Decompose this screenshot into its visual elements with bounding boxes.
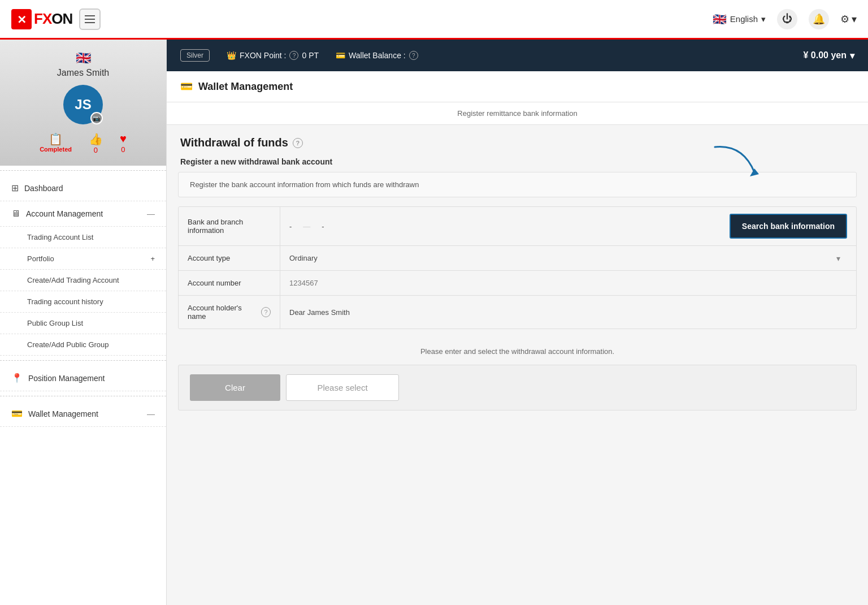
sidebar: 🇬🇧 James Smith JS 📷 📋 Completed 👍 0 <box>0 40 167 605</box>
top-nav: ✕ FXON 🇬🇧 English ▾ ⏻ 🔔 ⚙ ▾ <box>0 0 868 40</box>
page-body: 💳 Wallet Management Register remittance … <box>167 71 868 605</box>
completed-label: Completed <box>40 146 72 153</box>
sidebar-item-position-management[interactable]: 📍 Position Management <box>0 365 166 391</box>
notifications-button[interactable]: 🔔 <box>809 9 829 29</box>
power-button[interactable]: ⏻ <box>777 9 797 29</box>
wallet-balance-label: Wallet Balance : <box>349 51 406 60</box>
wallet-balance-icon: 💳 <box>336 51 345 60</box>
sidebar-item-wallet-management[interactable]: 💳 Wallet Management — <box>0 401 166 427</box>
logo: ✕ FXON <box>11 9 72 29</box>
collapse-icon: — <box>147 209 155 218</box>
page-title: Wallet Management <box>198 81 293 93</box>
please-select-button[interactable]: Please select <box>286 374 399 401</box>
hamburger-button[interactable] <box>79 8 101 30</box>
register-subtitle-text: Register a new withdrawal bank account <box>180 157 332 166</box>
thumbs-up-icon: 👍 <box>89 132 103 146</box>
sidebar-divider-3 <box>0 396 166 396</box>
sidebar-item-dashboard[interactable]: ⊞ Dashboard <box>0 175 166 201</box>
sidebar-item-trading-account-list[interactable]: Trading Account List <box>0 227 166 248</box>
uk-flag-icon: 🇬🇧 <box>713 12 727 26</box>
account-number-input[interactable] <box>289 279 847 287</box>
account-number-row: Account number <box>179 271 856 296</box>
likes-count: 0 <box>89 146 103 154</box>
account-holder-label: Account holder's name ? <box>179 296 280 329</box>
points-value: 0 PT <box>302 51 319 60</box>
sidebar-item-account-management[interactable]: 🖥 Account Management — <box>0 201 166 227</box>
account-number-label: Account number <box>179 271 280 295</box>
sidebar-item-trading-account-history[interactable]: Trading account history <box>0 291 166 313</box>
sidebar-item-public-group-list[interactable]: Public Group List <box>0 313 166 334</box>
sidebar-item-create-public-group[interactable]: Create/Add Public Group <box>0 334 166 356</box>
account-holder-label-text: Account holder's name <box>188 304 258 321</box>
bank-label: Bank and branch information <box>179 207 280 245</box>
account-type-select-wrapper: Ordinary Current Savings ▾ <box>289 254 847 262</box>
account-number-value <box>280 271 856 295</box>
balance-chevron-icon[interactable]: ▾ <box>850 50 854 61</box>
account-type-label-text: Account type <box>188 254 230 262</box>
breadcrumb: Register remittance bank information <box>167 102 868 125</box>
account-type-value: Ordinary Current Savings ▾ <box>280 246 856 270</box>
bank-value-1: - <box>289 222 292 231</box>
bank-value-2: - <box>322 222 324 231</box>
svg-text:✕: ✕ <box>17 14 27 26</box>
main-content: Silver 👑 FXON Point : ? 0 PT 💳 Wallet Ba… <box>167 40 868 605</box>
sidebar-item-label: Position Management <box>28 374 105 383</box>
bank-form: Bank and branch information - — - Search… <box>178 206 857 329</box>
sidebar-item-label: Dashboard <box>24 184 63 193</box>
account-bar: Silver 👑 FXON Point : ? 0 PT 💳 Wallet Ba… <box>167 40 868 71</box>
withdrawal-section-title: Withdrawal of funds ? <box>167 125 868 149</box>
search-bank-button[interactable]: Search bank information <box>730 214 847 239</box>
holder-help-icon[interactable]: ? <box>261 307 271 317</box>
sidebar-divider <box>0 170 166 171</box>
dashboard-icon: ⊞ <box>11 183 19 193</box>
crown-icon: 👑 <box>227 51 236 60</box>
page-header: 💳 Wallet Management <box>167 71 868 102</box>
settings-button[interactable]: ⚙ ▾ <box>840 13 857 25</box>
bank-label-text: Bank and branch information <box>188 218 271 235</box>
sub-item-label: Trading account history <box>27 297 103 306</box>
account-holder-name: Dear James Smith <box>289 308 350 317</box>
bank-value: - — - Search bank information <box>280 207 856 245</box>
fxon-logo-icon: ✕ <box>11 9 32 29</box>
bank-branch-row: Bank and branch information - — - Search… <box>179 207 856 246</box>
logo-area: ✕ FXON <box>11 8 101 30</box>
sidebar-profile: 🇬🇧 James Smith JS 📷 📋 Completed 👍 0 <box>0 40 166 166</box>
account-type-select[interactable]: Ordinary Current Savings <box>289 254 847 262</box>
avatar: JS 📷 <box>63 85 103 124</box>
logo-text: FXON <box>34 10 72 28</box>
info-box: Register the bank account information fr… <box>178 172 857 197</box>
breadcrumb-text: Register remittance bank information <box>457 109 577 118</box>
sidebar-divider-2 <box>0 360 166 361</box>
profile-name: James Smith <box>11 68 155 78</box>
completed-icon: 📋 <box>40 132 72 146</box>
help-circle-wallet-icon[interactable]: ? <box>409 51 418 60</box>
help-circle-icon[interactable]: ? <box>289 51 298 60</box>
action-bar: Clear Please select <box>178 365 857 410</box>
language-label: English <box>730 14 758 24</box>
portfolio-expand-icon: + <box>150 254 155 263</box>
collapse-icon-2: — <box>147 409 155 418</box>
hamburger-line <box>85 19 95 20</box>
notice-text-content: Please enter and select the withdrawal a… <box>420 347 614 356</box>
position-icon: 📍 <box>11 373 23 383</box>
avatar-initials: JS <box>75 97 91 113</box>
withdrawal-help-icon[interactable]: ? <box>293 138 303 148</box>
stat-completed: 📋 Completed <box>40 132 72 154</box>
balance-value: ¥ 0.00 yen <box>804 50 847 60</box>
account-holder-value: Dear James Smith <box>280 296 856 329</box>
language-selector[interactable]: 🇬🇧 English ▾ <box>713 12 766 26</box>
sub-item-label: Trading Account List <box>27 233 93 241</box>
balance-display: ¥ 0.00 yen ▾ <box>804 50 855 61</box>
lang-chevron-icon: ▾ <box>761 14 766 24</box>
account-number-label-text: Account number <box>188 279 241 287</box>
bank-value-separator: — <box>303 222 310 231</box>
fxon-point-item: 👑 FXON Point : ? 0 PT <box>227 51 319 60</box>
sidebar-item-portfolio[interactable]: Portfolio + <box>0 248 166 270</box>
clear-button[interactable]: Clear <box>190 374 280 401</box>
profile-flag-icon: 🇬🇧 <box>11 51 155 66</box>
camera-icon[interactable]: 📷 <box>90 112 103 124</box>
account-type-row: Account type Ordinary Current Savings ▾ <box>179 246 856 271</box>
sidebar-item-create-trading-account[interactable]: Create/Add Trading Account <box>0 270 166 291</box>
sub-item-label: Create/Add Public Group <box>27 340 109 349</box>
sub-item-label: Create/Add Trading Account <box>27 276 119 284</box>
